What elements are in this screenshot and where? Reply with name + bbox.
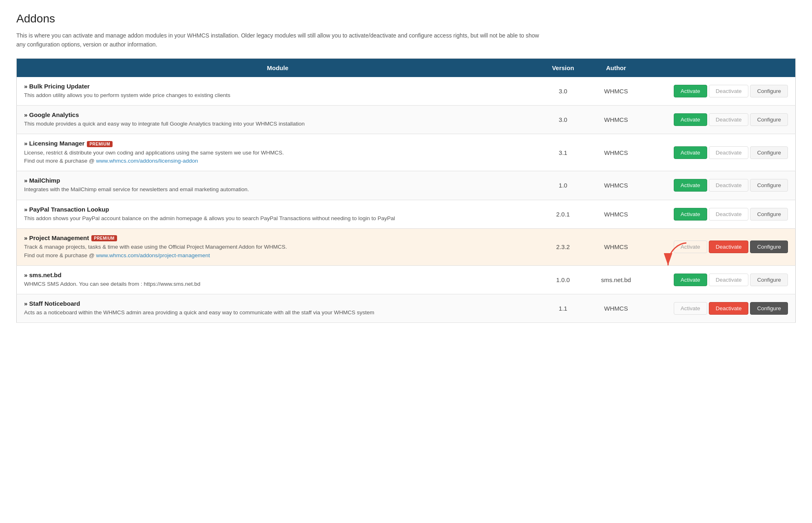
addon-name: » Project ManagementPREMIUM	[24, 234, 531, 242]
addon-actions: ActivateDeactivateConfigure	[645, 265, 796, 294]
configure-button[interactable]: Configure	[750, 179, 788, 192]
table-row: » Google AnalyticsThis module provides a…	[17, 106, 796, 134]
addon-actions: ActivateDeactivateConfigure	[645, 106, 796, 134]
table-row: » PayPal Transaction LookupThis addon sh…	[17, 200, 796, 228]
deactivate-button[interactable]: Deactivate	[709, 241, 749, 253]
addon-description: Track & manage projects, tasks & time wi…	[24, 243, 531, 260]
addon-author: WHMCS	[588, 294, 645, 323]
premium-badge: PREMIUM	[87, 141, 113, 147]
addon-version: 1.0.0	[539, 265, 588, 294]
addon-actions: ActivateDeactivateConfigure	[645, 200, 796, 228]
addon-name: » Licensing ManagerPREMIUM	[24, 140, 531, 147]
addon-name: » MailChimp	[24, 177, 531, 184]
configure-button[interactable]: Configure	[750, 85, 788, 97]
addon-description: WHMCS SMS Addon. You can see details fro…	[24, 280, 531, 288]
deactivate-button[interactable]: Deactivate	[709, 302, 749, 315]
configure-button[interactable]: Configure	[750, 302, 788, 315]
activate-button[interactable]: Activate	[674, 241, 707, 253]
col-header-version: Version	[539, 58, 588, 77]
page-title: Addons	[16, 12, 796, 25]
addon-author: WHMCS	[588, 77, 645, 106]
addon-description: Acts as a noticeboard within the WHMCS a…	[24, 309, 531, 317]
addon-description: License, restrict & distribute your own …	[24, 149, 531, 166]
deactivate-button[interactable]: Deactivate	[709, 85, 749, 97]
addon-description: Integrates with the MailChimp email serv…	[24, 185, 531, 194]
activate-button[interactable]: Activate	[674, 302, 707, 315]
activate-button[interactable]: Activate	[674, 179, 707, 192]
configure-button[interactable]: Configure	[750, 241, 788, 253]
addon-version: 3.0	[539, 77, 588, 106]
activate-button[interactable]: Activate	[674, 146, 707, 159]
deactivate-button[interactable]: Deactivate	[709, 146, 749, 159]
addon-description: This addon shows your PayPal account bal…	[24, 214, 531, 223]
addon-author: WHMCS	[588, 171, 645, 200]
addon-link[interactable]: www.whmcs.com/addons/licensing-addon	[96, 158, 198, 164]
addon-link[interactable]: www.whmcs.com/addons/project-management	[96, 252, 210, 258]
deactivate-button[interactable]: Deactivate	[709, 113, 749, 126]
addon-name: » Staff Noticeboard	[24, 300, 531, 307]
addon-author: sms.net.bd	[588, 265, 645, 294]
addon-actions: ActivateDeactivateConfigure	[645, 294, 796, 323]
deactivate-button[interactable]: Deactivate	[709, 274, 749, 286]
table-row: » Licensing ManagerPREMIUMLicense, restr…	[17, 134, 796, 171]
addon-actions: ActivateDeactivateConfigure	[645, 77, 796, 106]
configure-button[interactable]: Configure	[750, 146, 788, 159]
addon-actions: ActivateDeactivateConfigure	[645, 228, 796, 265]
deactivate-button[interactable]: Deactivate	[709, 179, 749, 192]
activate-button[interactable]: Activate	[674, 274, 707, 286]
configure-button[interactable]: Configure	[750, 208, 788, 221]
addon-version: 2.3.2	[539, 228, 588, 265]
activate-button[interactable]: Activate	[674, 113, 707, 126]
configure-button[interactable]: Configure	[750, 113, 788, 126]
addon-version: 3.0	[539, 106, 588, 134]
col-header-actions	[645, 58, 796, 77]
col-header-module: Module	[17, 58, 539, 77]
activate-button[interactable]: Activate	[674, 208, 707, 221]
table-row: » Staff NoticeboardActs as a noticeboard…	[17, 294, 796, 323]
addon-name: » sms.net.bd	[24, 271, 531, 278]
addon-author: WHMCS	[588, 200, 645, 228]
table-row: » MailChimpIntegrates with the MailChimp…	[17, 171, 796, 200]
configure-button[interactable]: Configure	[750, 274, 788, 286]
addon-name: » PayPal Transaction Lookup	[24, 206, 531, 213]
addon-description: This module provides a quick and easy wa…	[24, 120, 531, 128]
addon-version: 1.1	[539, 294, 588, 323]
table-row: » sms.net.bdWHMCS SMS Addon. You can see…	[17, 265, 796, 294]
addon-author: WHMCS	[588, 228, 645, 265]
deactivate-button[interactable]: Deactivate	[709, 208, 749, 221]
table-row: » Project ManagementPREMIUMTrack & manag…	[17, 228, 796, 265]
addon-name: » Google Analytics	[24, 111, 531, 118]
page-description: This is where you can activate and manag…	[16, 31, 546, 49]
addons-table: Module Version Author » Bulk Pricing Upd…	[16, 58, 796, 323]
addon-actions: ActivateDeactivateConfigure	[645, 171, 796, 200]
premium-badge: PREMIUM	[91, 235, 117, 241]
addon-version: 3.1	[539, 134, 588, 171]
addon-version: 2.0.1	[539, 200, 588, 228]
addon-version: 1.0	[539, 171, 588, 200]
addon-author: WHMCS	[588, 134, 645, 171]
addon-name: » Bulk Pricing Updater	[24, 83, 531, 90]
table-row: » Bulk Pricing UpdaterThis addon utility…	[17, 77, 796, 106]
col-header-author: Author	[588, 58, 645, 77]
addon-actions: ActivateDeactivateConfigure	[645, 134, 796, 171]
activate-button[interactable]: Activate	[674, 85, 707, 97]
addon-description: This addon utility allows you to perform…	[24, 91, 531, 99]
addon-author: WHMCS	[588, 106, 645, 134]
